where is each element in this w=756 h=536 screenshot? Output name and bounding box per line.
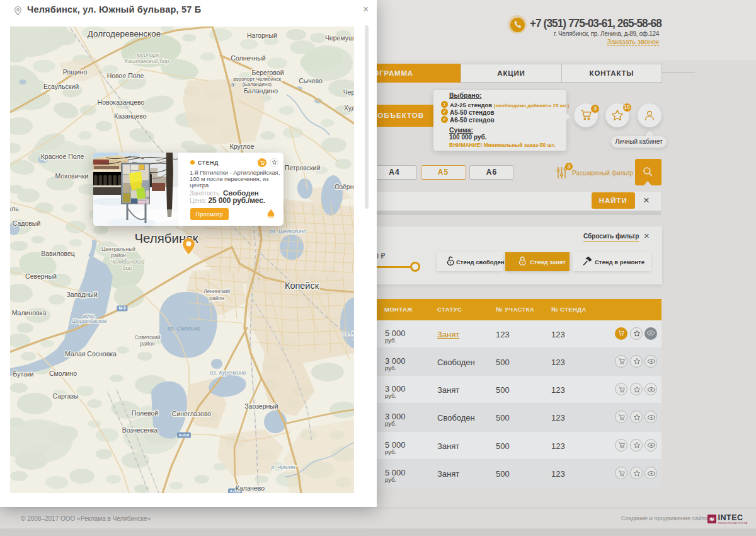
svg-text:Северный: Северный bbox=[25, 272, 57, 280]
svg-text:Ленинский: Ленинский bbox=[203, 288, 230, 294]
svg-text:Вавиловец: Вавиловец bbox=[41, 250, 75, 257]
svg-text:Озёрны: Озёрны bbox=[335, 183, 354, 190]
svg-text:бор: бор bbox=[122, 265, 132, 271]
svg-text:Калачево: Калачево bbox=[236, 484, 265, 492]
svg-text:оз. Шелюгино: оз. Шелюгино bbox=[270, 228, 306, 235]
svg-text:Западный: Западный bbox=[66, 291, 97, 298]
svg-text:Копейск: Копейск bbox=[285, 281, 319, 291]
svg-text:Челябинский: Челябинский bbox=[110, 259, 144, 265]
svg-text:Вознесенка: Вознесенка bbox=[122, 426, 158, 434]
svg-text:Красное Поле: Красное Поле bbox=[41, 153, 84, 160]
svg-text:р. Чумляк: р. Чумляк bbox=[271, 464, 297, 470]
svg-text:Заозерный: Заозерный bbox=[244, 402, 278, 410]
svg-text:район: район bbox=[209, 295, 224, 301]
svg-text:оз. Курочкино: оз. Курочкино bbox=[210, 370, 246, 376]
svg-text:Шершнёвское: Шершнёвское bbox=[72, 318, 107, 324]
svg-text:М-5: М-5 bbox=[118, 306, 126, 310]
svg-text:Синеглазово: Синеглазово bbox=[172, 410, 212, 417]
svg-text:район: район bbox=[111, 252, 126, 259]
svg-text:Солнечный: Солнечный bbox=[231, 54, 265, 62]
svg-text:Худ: Худ bbox=[344, 104, 354, 112]
svg-text:Круглое: Круглое bbox=[230, 143, 255, 150]
svg-text:✈: ✈ bbox=[231, 82, 236, 88]
svg-text:куль: куль bbox=[10, 205, 19, 213]
svg-text:Моховички: Моховички bbox=[55, 172, 89, 180]
svg-text:Новое Поле: Новое Поле bbox=[107, 72, 144, 79]
svg-text:Долгодеревенское: Долгодеревенское bbox=[88, 29, 161, 38]
svg-text:Нагорный: Нагорный bbox=[247, 32, 277, 39]
svg-text:оз. Смолино: оз. Смолино bbox=[168, 325, 200, 332]
svg-text:(Баландино): (Баландино) bbox=[243, 81, 272, 87]
svg-text:Рощино: Рощино bbox=[63, 68, 88, 76]
svg-text:Береговой: Береговой bbox=[251, 69, 284, 76]
svg-text:Малая Сосновка: Малая Сосновка bbox=[65, 350, 117, 358]
svg-text:оз. К: оз. К bbox=[342, 330, 354, 337]
svg-text:Бутаки: Бутаки bbox=[13, 370, 34, 378]
svg-text:Малиновка: Малиновка bbox=[12, 309, 47, 317]
svg-text:Садовый: Садовый bbox=[13, 219, 41, 227]
svg-text:Черемушк: Черемушк bbox=[325, 34, 354, 42]
svg-text:Новоказанцево: Новоказанцево bbox=[98, 98, 145, 106]
svg-text:Советский: Советский bbox=[135, 334, 161, 341]
svg-text:Есаульский: Есаульский bbox=[43, 83, 79, 90]
svg-text:Баландино: Баландино bbox=[244, 87, 278, 95]
svg-text:Казанцево: Казанцево bbox=[114, 112, 146, 120]
svg-text:Полевой: Полевой bbox=[132, 409, 158, 417]
svg-text:Центральный: Центральный bbox=[101, 246, 135, 252]
svg-text:Смолино: Смолино bbox=[49, 370, 77, 377]
svg-text:район: район bbox=[140, 341, 155, 347]
svg-text:Сычево: Сычево bbox=[299, 77, 323, 84]
svg-text:Петровский: Петровский bbox=[285, 164, 321, 172]
svg-text:Саргазы: Саргазы bbox=[52, 392, 78, 400]
svg-text:Каштакский бор: Каштакский бор bbox=[125, 58, 169, 64]
svg-text:А-310: А-310 bbox=[179, 433, 190, 437]
svg-text:лесопарк: лесопарк bbox=[134, 52, 159, 58]
svg-text:Чер: Чер bbox=[343, 88, 354, 96]
